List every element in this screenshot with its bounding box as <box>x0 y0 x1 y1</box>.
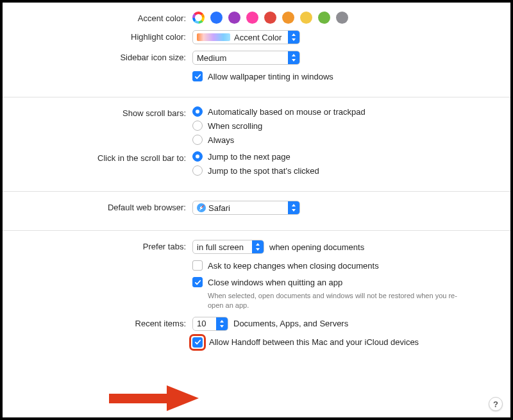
accent-swatch-8[interactable] <box>336 12 348 24</box>
sidebar-icon-size-popup[interactable]: Medium <box>192 51 300 65</box>
prefer-tabs-suffix: when opening documents <box>269 242 364 252</box>
click-scrollbar-options: Jump to the next pageJump to the spot th… <box>192 151 510 176</box>
chevron-updown-icon <box>288 201 299 214</box>
scrollbars-radio-label: Automatically based on mouse or trackpad <box>208 107 366 117</box>
scrollbars-options: Automatically based on mouse or trackpad… <box>192 106 510 145</box>
handoff-label: Allow Handoff between this Mac and your … <box>209 337 419 347</box>
prefer-tabs-value: in full screen <box>197 242 248 252</box>
section-tabs: Prefer tabs: in full screen when opening… <box>3 240 510 358</box>
divider <box>3 97 510 97</box>
accent-swatch-6[interactable] <box>300 12 312 24</box>
accent-swatch-7[interactable] <box>318 12 330 24</box>
close-windows-subtext: When selected, open documents and window… <box>192 291 462 310</box>
row-show-scrollbars: Show scroll bars: Automatically based on… <box>3 106 510 145</box>
svg-marker-1 <box>167 385 199 411</box>
content: Accent color: Highlight color: Accent Co… <box>3 3 510 364</box>
label-prefer-tabs: Prefer tabs: <box>3 240 192 251</box>
row-accent-color: Accent color: <box>3 12 510 24</box>
scrollbars-radio-label: When scrolling <box>208 121 262 131</box>
default-browser-popup[interactable]: Safari <box>192 201 300 215</box>
chevron-updown-icon <box>216 317 228 330</box>
chevron-updown-icon <box>252 240 264 253</box>
scrollbars-radio-0[interactable] <box>192 106 203 117</box>
highlight-gradient-icon <box>197 33 230 41</box>
accent-swatch-4[interactable] <box>264 12 276 24</box>
accent-swatch-1[interactable] <box>210 12 223 24</box>
label-show-scrollbars: Show scroll bars: <box>3 106 192 118</box>
handoff-checkbox[interactable] <box>192 337 203 348</box>
label-default-browser: Default web browser: <box>3 201 192 212</box>
highlight-color-value: Accent Color <box>234 33 284 42</box>
label-accent-color: Accent color: <box>3 12 192 23</box>
wallpaper-tint-label: Allow wallpaper tinting in windows <box>208 72 333 81</box>
handoff-highlight-annotation <box>192 337 203 348</box>
row-wallpaper-tint: Allow wallpaper tinting in windows <box>3 71 510 81</box>
help-label: ? <box>493 399 498 409</box>
row-click-scrollbar: Click in the scroll bar to: Jump to the … <box>3 151 510 176</box>
scrollbars-radio-2[interactable] <box>192 135 203 145</box>
label-sidebar-icon-size: Sidebar icon size: <box>3 51 192 62</box>
scrollbars-radio-1[interactable] <box>192 121 203 131</box>
default-browser-value: Safari <box>208 203 284 213</box>
accent-color-swatches <box>192 12 510 24</box>
ask-keep-changes-checkbox[interactable] <box>192 260 203 271</box>
accent-swatch-5[interactable] <box>282 12 294 24</box>
accent-swatch-0[interactable] <box>192 12 205 24</box>
section-browser: Default web browser: Safari <box>3 201 510 230</box>
scrollbars-option: Automatically based on mouse or trackpad <box>192 106 510 117</box>
click-scrollbar-option: Jump to the next page <box>192 151 510 162</box>
recent-items-value: 10 <box>197 319 212 328</box>
row-handoff: Allow Handoff between this Mac and your … <box>3 337 510 348</box>
row-prefer-tabs: Prefer tabs: in full screen when opening… <box>3 240 510 254</box>
recent-items-suffix: Documents, Apps, and Servers <box>233 319 348 328</box>
row-ask-keep-changes: Ask to keep changes when closing documen… <box>3 260 510 271</box>
chevron-updown-icon <box>288 31 299 44</box>
section-appearance: Accent color: Highlight color: Accent Co… <box>3 12 510 97</box>
row-default-browser: Default web browser: Safari <box>3 201 510 215</box>
accent-swatch-3[interactable] <box>246 12 258 24</box>
arrow-annotation-icon <box>109 385 199 411</box>
sidebar-icon-size-value: Medium <box>197 53 284 63</box>
row-highlight-color: Highlight color: Accent Color <box>3 30 510 44</box>
click-scrollbar-radio-label: Jump to the spot that's clicked <box>208 166 319 176</box>
help-button[interactable]: ? <box>489 397 503 411</box>
click-scrollbar-radio-1[interactable] <box>192 165 203 176</box>
close-windows-label: Close windows when quitting an app <box>208 278 342 287</box>
click-scrollbar-option: Jump to the spot that's clicked <box>192 165 510 176</box>
section-scrollbars: Show scroll bars: Automatically based on… <box>3 106 510 191</box>
row-close-windows: Close windows when quitting an app When … <box>3 277 510 310</box>
general-pane: Accent color: Highlight color: Accent Co… <box>0 0 513 420</box>
scrollbars-option: Always <box>192 135 510 145</box>
chevron-updown-icon <box>288 51 299 64</box>
ask-keep-changes-label: Ask to keep changes when closing documen… <box>208 261 379 271</box>
wallpaper-tint-checkbox[interactable] <box>192 71 203 81</box>
label-recent-items: Recent items: <box>3 317 192 328</box>
svg-rect-0 <box>109 394 172 403</box>
click-scrollbar-radio-label: Jump to the next page <box>208 152 290 162</box>
label-highlight-color: Highlight color: <box>3 30 192 42</box>
scrollbars-radio-label: Always <box>208 135 234 145</box>
close-windows-checkbox[interactable] <box>192 277 203 287</box>
row-sidebar-icon-size: Sidebar icon size: Medium <box>3 51 510 65</box>
label-click-scrollbar: Click in the scroll bar to: <box>3 151 192 163</box>
safari-icon <box>197 203 206 212</box>
divider <box>3 230 510 231</box>
prefer-tabs-popup[interactable]: in full screen <box>192 240 264 254</box>
accent-swatch-2[interactable] <box>228 12 240 24</box>
highlight-color-popup[interactable]: Accent Color <box>192 30 300 44</box>
scrollbars-option: When scrolling <box>192 121 510 131</box>
recent-items-popup[interactable]: 10 <box>192 317 228 331</box>
divider <box>3 191 510 192</box>
click-scrollbar-radio-0[interactable] <box>192 151 203 162</box>
row-recent-items: Recent items: 10 Documents, Apps, and Se… <box>3 317 510 331</box>
